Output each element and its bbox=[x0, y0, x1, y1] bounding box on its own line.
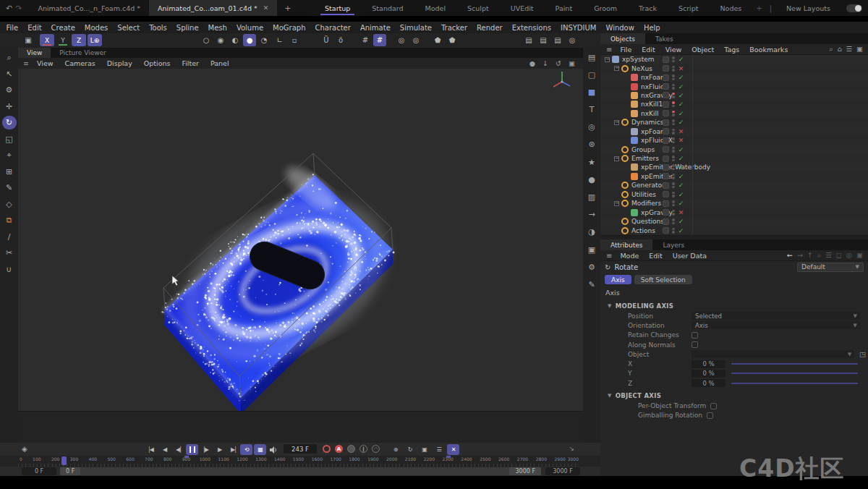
polygon-mode-icon[interactable]: ◐ bbox=[229, 34, 242, 46]
document-tab[interactable]: Animated_Co...oam_01.c4d *✕ bbox=[149, 0, 277, 16]
layers-icon[interactable]: ▤ bbox=[585, 51, 599, 64]
search2-icon[interactable]: ⌕ bbox=[815, 251, 823, 260]
ram-play-icon[interactable]: ▦ bbox=[254, 444, 266, 455]
timeline-expand-icon[interactable]: ↘ bbox=[569, 445, 574, 452]
new-layouts-label[interactable]: New Layouts bbox=[776, 2, 841, 14]
viewport-menu-panel[interactable]: Panel bbox=[205, 59, 235, 67]
keyframe-diamond-icon[interactable]: ◈ bbox=[22, 445, 27, 453]
disabled-cross-icon[interactable]: ✕ bbox=[678, 137, 685, 144]
layer-square[interactable] bbox=[663, 65, 669, 72]
star-icon[interactable]: ★ bbox=[585, 156, 599, 169]
layout-tab-nodes[interactable]: Nodes bbox=[710, 2, 752, 14]
layer-square[interactable] bbox=[663, 83, 669, 90]
visibility-dot-top[interactable] bbox=[672, 200, 675, 203]
search-icon[interactable]: ⌕ bbox=[827, 45, 835, 54]
layer-square[interactable] bbox=[663, 200, 669, 207]
viewport-menu-options[interactable]: Options bbox=[138, 59, 176, 67]
enabled-check-icon[interactable]: ✓ bbox=[678, 83, 685, 90]
visibility-dots[interactable] bbox=[672, 147, 675, 153]
up-arrow-icon[interactable]: ↑ bbox=[805, 251, 815, 260]
axis-lock-z[interactable]: Z bbox=[72, 34, 86, 46]
layout-tab-model[interactable]: Model bbox=[415, 2, 456, 14]
lock-icon[interactable]: ◻ bbox=[834, 251, 844, 260]
value-field[interactable]: 0 % bbox=[692, 370, 726, 378]
layout-tab-sculpt[interactable]: Sculpt bbox=[457, 2, 499, 14]
visibility-dot-top[interactable] bbox=[672, 210, 675, 213]
visibility-dot-top[interactable] bbox=[672, 119, 675, 122]
tree-row[interactable]: nxFluids✓ bbox=[600, 82, 868, 90]
menu-extensions[interactable]: Extensions bbox=[507, 24, 556, 32]
enabled-check-icon[interactable]: ✓ bbox=[678, 155, 685, 162]
visibility-dot-bottom[interactable] bbox=[672, 159, 675, 162]
filter-icon[interactable]: ☰ bbox=[843, 45, 854, 54]
om-menu-tags[interactable]: Tags bbox=[719, 46, 744, 54]
visibility-dot-top[interactable] bbox=[672, 84, 675, 87]
visibility-dots[interactable] bbox=[672, 174, 675, 179]
arrow-icon[interactable]: → bbox=[585, 208, 599, 221]
tree-row[interactable]: −Modifiers✓ bbox=[600, 199, 868, 208]
visibility-dot-top[interactable] bbox=[672, 101, 675, 104]
picker-icon[interactable]: ◳ bbox=[857, 350, 868, 358]
particles-tool-icon[interactable]: ⧉ bbox=[2, 213, 17, 227]
pause-icon[interactable] bbox=[186, 444, 198, 455]
visibility-dot-bottom[interactable] bbox=[672, 231, 675, 234]
visibility-dot-bottom[interactable] bbox=[672, 141, 675, 144]
axis-corner-icon[interactable]: ∟ bbox=[273, 34, 286, 46]
magnet-tool-icon[interactable]: ∪ bbox=[2, 263, 17, 276]
preview-range-slider[interactable]: 0 F 3000 F bbox=[60, 467, 541, 475]
record-objects-icon[interactable] bbox=[323, 445, 331, 453]
om-menu-bookmarks[interactable]: Bookmarks bbox=[744, 46, 793, 54]
object-link-field[interactable]: ▼ bbox=[692, 350, 854, 358]
layer-square[interactable] bbox=[663, 137, 669, 144]
expander-icon[interactable]: − bbox=[614, 201, 619, 206]
viewport-menu-filter[interactable]: Filter bbox=[176, 59, 205, 67]
select-field[interactable]: Selected▼ bbox=[692, 312, 861, 320]
sound-icon[interactable] bbox=[268, 444, 280, 455]
panel-icon[interactable]: ▣ bbox=[566, 59, 577, 67]
visibility-dot-bottom[interactable] bbox=[672, 150, 675, 153]
visibility-dots[interactable] bbox=[672, 156, 675, 161]
menu-insydium[interactable]: INSYDIUM bbox=[556, 24, 600, 32]
layout-tab-track[interactable]: Track bbox=[629, 2, 667, 14]
rotate-tool-icon[interactable]: ↻ bbox=[2, 116, 17, 129]
value-field[interactable]: 0 % bbox=[692, 379, 726, 387]
enabled-check-icon[interactable]: ✓ bbox=[678, 119, 685, 126]
layer-square[interactable] bbox=[663, 209, 669, 216]
null-group-icon[interactable]: ◎ bbox=[585, 121, 599, 134]
tree-row[interactable]: Utilities✓ bbox=[600, 190, 868, 199]
magnifier-icon[interactable]: ⌕ bbox=[2, 51, 17, 64]
layout-tab-paint[interactable]: Paint bbox=[545, 2, 583, 14]
preset-dropdown[interactable]: Default▼ bbox=[797, 263, 864, 272]
visibility-dot-top[interactable] bbox=[672, 228, 675, 231]
next-key-icon[interactable]: ▶ bbox=[213, 444, 226, 455]
attr-menu-mode[interactable]: Mode bbox=[615, 252, 644, 260]
visibility-dots[interactable] bbox=[672, 93, 675, 98]
mode-button-axis[interactable]: Axis bbox=[605, 275, 631, 284]
dynamic-snap-icon[interactable]: ö bbox=[334, 34, 347, 46]
enabled-check-icon[interactable]: ✓ bbox=[678, 56, 685, 63]
timeline-ruler[interactable]: 0100200300400500600700800900100011001200… bbox=[0, 456, 600, 467]
disabled-cross-icon[interactable]: ✕ bbox=[678, 128, 685, 135]
visibility-dot-top[interactable] bbox=[672, 156, 675, 158]
grid-icon[interactable]: # bbox=[359, 34, 372, 46]
asset-star-icon[interactable]: ⊛ bbox=[585, 138, 599, 151]
value-field[interactable]: 0 % bbox=[692, 360, 726, 368]
visibility-dot-top[interactable] bbox=[672, 56, 675, 59]
chart-bars-icon[interactable]: ▥ bbox=[585, 191, 599, 204]
visibility-dots[interactable] bbox=[672, 210, 675, 216]
layer-square[interactable] bbox=[663, 128, 669, 135]
checkbox[interactable] bbox=[707, 412, 713, 419]
visibility-dot-bottom[interactable] bbox=[672, 123, 675, 126]
visibility-dot-bottom[interactable] bbox=[672, 78, 675, 81]
interactive-render-icon[interactable]: ◎ bbox=[566, 34, 579, 46]
text-icon[interactable]: T bbox=[585, 103, 599, 116]
home-icon[interactable]: ⌂ bbox=[835, 45, 843, 54]
value-slider[interactable] bbox=[731, 383, 858, 384]
content-cube-icon[interactable]: ■ bbox=[585, 85, 599, 98]
viewport-burger-icon[interactable]: ≡ bbox=[21, 59, 31, 67]
expander-icon[interactable]: − bbox=[614, 66, 619, 71]
axis-lock-x[interactable]: X bbox=[40, 34, 54, 46]
visibility-dots[interactable] bbox=[672, 182, 675, 188]
enabled-check-icon[interactable]: ✓ bbox=[678, 74, 685, 81]
axis-lock-y[interactable]: Y bbox=[56, 34, 70, 46]
